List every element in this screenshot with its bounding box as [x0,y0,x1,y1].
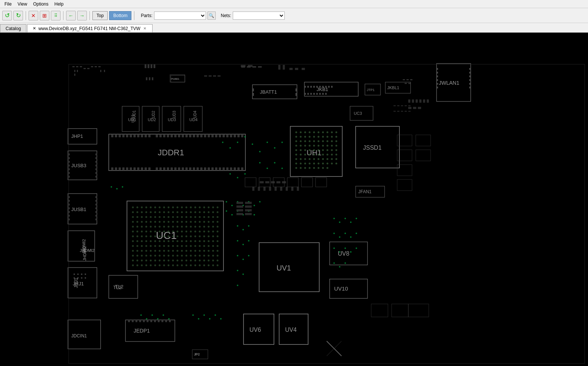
svg-rect-295 [95,211,97,213]
tab-schematic-icon: ✕ [33,26,36,31]
svg-point-515 [186,255,187,257]
tab-close-btn[interactable]: ✕ [143,26,147,30]
svg-point-430 [163,236,165,237]
parts-search-btn[interactable]: 🔍 [208,12,216,20]
svg-rect-627 [269,187,271,191]
arrow-left-btn[interactable]: ← [66,11,76,20]
svg-point-91 [313,132,315,133]
svg-point-474 [181,245,183,247]
svg-point-551 [168,265,170,266]
svg-rect-16 [91,66,93,67]
svg-point-532 [172,260,174,262]
svg-rect-587 [135,320,137,322]
svg-point-325 [141,211,143,213]
svg-point-497 [195,250,196,252]
menu-help[interactable]: Help [52,1,67,7]
svg-rect-737 [401,111,403,112]
svg-rect-592 [154,320,156,322]
svg-point-538 [199,260,201,262]
svg-rect-732 [401,105,403,106]
top-view-btn[interactable]: Top [92,11,108,20]
svg-point-484 [137,250,138,252]
svg-rect-215 [193,134,195,137]
svg-point-688 [339,251,340,253]
svg-rect-618 [418,107,421,109]
svg-rect-730 [393,105,396,106]
svg-rect-292 [95,200,97,202]
svg-rect-81 [469,83,471,85]
svg-point-94 [327,132,329,133]
svg-point-454 [181,240,183,242]
svg-point-120 [309,145,311,147]
svg-point-543 [132,265,134,266]
svg-point-117 [295,145,297,147]
highlight-red-btn[interactable]: ✕ [29,11,38,20]
arrow-right-btn[interactable]: → [77,11,87,20]
svg-point-152 [318,158,320,160]
svg-point-159 [304,163,306,165]
svg-point-144 [327,154,329,156]
svg-rect-585 [128,320,130,322]
pcb-area[interactable]: PU901 JBATT1 JKB1 [0,33,588,366]
grid-btn[interactable]: ⊞ [40,11,49,20]
svg-point-392 [172,226,174,228]
tab-schematic[interactable]: ✕ www.DeviceDB.xyz_FG541 FG741 NM-C362_T… [27,24,153,32]
svg-point-415 [186,231,187,233]
nets-select[interactable] [233,12,285,20]
toolbar: ↺ ↻ ✕ ⊞ ⠿ ← → Top Bottom Parts: 🔍 Nets: [0,8,588,23]
tab-catalog[interactable]: Catalog [0,24,26,32]
svg-point-671 [237,255,238,256]
svg-point-133 [322,149,324,151]
svg-point-343 [132,216,134,218]
svg-point-667 [248,225,249,227]
svg-rect-25 [204,75,207,77]
svg-rect-586 [132,320,134,322]
dots-btn[interactable]: ⠿ [51,11,61,20]
svg-rect-604 [248,65,252,67]
svg-rect-27 [213,75,216,77]
bottom-view-btn[interactable]: Bottom [109,11,131,20]
parts-select[interactable] [154,12,206,20]
refresh-btn[interactable]: ↺ [2,11,12,20]
svg-point-701 [192,314,194,316]
svg-point-322 [217,207,219,208]
svg-point-411 [168,231,170,233]
menu-options[interactable]: Options [30,1,51,7]
svg-point-438 [199,236,201,237]
svg-point-461 [212,240,214,242]
svg-rect-222 [219,134,221,137]
svg-point-645 [281,168,283,169]
svg-point-490 [163,250,165,252]
svg-rect-203 [145,134,147,137]
svg-point-410 [163,231,165,233]
svg-rect-728 [151,64,152,68]
svg-rect-276 [95,165,97,166]
menu-file[interactable]: File [1,1,14,7]
svg-point-441 [212,236,214,237]
forward-btn[interactable]: ↻ [13,11,23,20]
svg-text:JP2: JP2 [194,352,200,356]
svg-rect-221 [215,134,217,137]
svg-point-309 [159,207,161,208]
svg-point-664 [254,214,255,216]
svg-point-331 [168,211,170,213]
menu-view[interactable]: View [14,1,30,7]
svg-point-524 [137,260,138,262]
svg-point-559 [203,265,205,266]
svg-rect-736 [397,111,399,112]
svg-point-644 [274,162,275,163]
svg-text:JUSB3: JUSB3 [71,163,86,168]
svg-rect-621 [271,181,275,183]
svg-point-704 [209,318,210,320]
svg-rect-216 [197,134,199,137]
svg-rect-238 [145,168,147,171]
svg-rect-29 [146,77,147,80]
svg-rect-58 [307,93,309,95]
svg-rect-616 [408,107,411,109]
svg-point-686 [356,233,357,234]
svg-point-675 [242,273,244,275]
svg-point-336 [190,211,192,213]
svg-rect-245 [174,168,176,171]
svg-point-422 [217,231,219,233]
svg-point-542 [217,260,219,262]
